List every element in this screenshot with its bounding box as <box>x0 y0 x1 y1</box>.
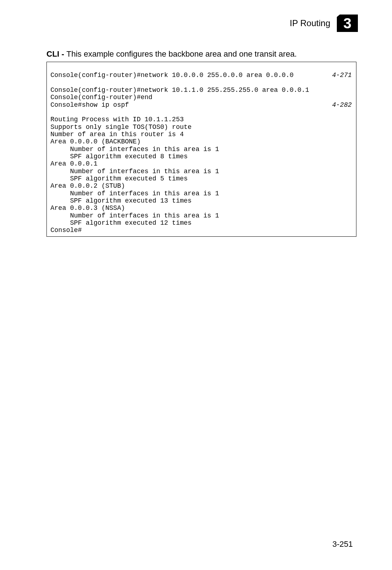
cli-line: SPF algorithm executed 5 times <box>50 175 188 182</box>
cli-line: Console#show ip ospf4-282 <box>50 101 352 109</box>
cli-text: Console#show ip ospf <box>50 101 129 109</box>
cli-line: Number of interfaces in this area is 1 <box>50 190 219 197</box>
page-number: 3-251 <box>332 540 353 549</box>
header-title: IP Routing <box>290 18 330 28</box>
cli-line: Number of interfaces in this area is 1 <box>50 146 219 153</box>
cli-text: Console(config-router)#network 10.0.0.0 … <box>50 72 294 79</box>
cli-line: Console# <box>50 227 82 234</box>
intro-body: This example configures the backbone are… <box>66 49 297 58</box>
cli-line: Number of interfaces in this area is 1 <box>50 212 219 219</box>
page-header: IP Routing 3 <box>290 15 358 32</box>
cli-output-box: Console(config-router)#network 10.0.0.0 … <box>46 62 356 237</box>
cli-line: Area 0.0.0.2 (STUB) <box>50 182 125 190</box>
cli-line: Number of area in this router is 4 <box>50 131 184 138</box>
cli-line: Supports only single TOS(TOS0) route <box>50 123 192 131</box>
cli-line: Area 0.0.0.3 (NSSA) <box>50 204 125 212</box>
cli-line: SPF algorithm executed 12 times <box>50 219 192 227</box>
cli-ref: 4-282 <box>332 101 352 109</box>
cli-line: SPF algorithm executed 13 times <box>50 197 192 204</box>
intro-bold: CLI - <box>46 49 66 58</box>
cli-line: Console(config-router)#network 10.1.1.0 … <box>50 86 309 94</box>
cli-line: Area 0.0.0.1 <box>50 160 98 167</box>
cli-line: Routing Process with ID 10.1.1.253 <box>50 116 184 123</box>
cli-ref: 4-271 <box>332 72 352 79</box>
cli-line: Console(config-router)#network 10.0.0.0 … <box>50 72 352 79</box>
cli-line: Area 0.0.0.0 (BACKBONE) <box>50 138 140 145</box>
cli-line: Console(config-router)#end <box>50 94 152 101</box>
intro-text: CLI - This example configures the backbo… <box>46 49 297 60</box>
chapter-badge: 3 <box>337 15 358 32</box>
cli-line: SPF algorithm executed 8 times <box>50 153 188 160</box>
cli-line: Number of interfaces in this area is 1 <box>50 168 219 175</box>
chapter-number: 3 <box>343 15 351 32</box>
